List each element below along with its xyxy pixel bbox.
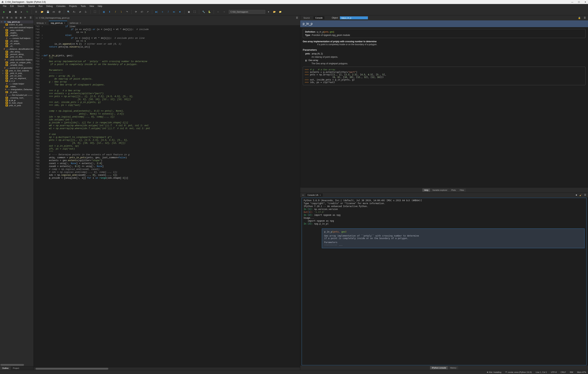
help-lock-icon[interactable]: 🔒 [578,16,581,20]
editor-tab[interactable]: npg_geom.py✕ [49,21,67,25]
open-file-button[interactable]: 📂 [40,9,45,14]
settings-button[interactable]: 🔧 [201,9,206,14]
run-selection-button[interactable]: ▸ [19,9,24,14]
help-tab-help[interactable]: Help [422,188,430,192]
outline-item[interactable]: ▸F_pnts_in_poly_ [0,72,33,75]
outline-root-file[interactable]: ▾ 🗎 npg_geom.py [0,20,33,23]
new-file-button[interactable]: 🗋 [34,9,39,14]
menu-edit[interactable]: Edit [8,4,16,8]
debug-button[interactable]: ▦ [101,9,106,14]
debug-return-button[interactable]: ⤴ [113,9,118,14]
outline-item[interactable]: #---- distance, densification helpers [0,47,33,50]
menu-search[interactable]: Search [16,4,26,8]
outline-expand-icon[interactable]: ⊞ [19,16,22,20]
run-cell-button[interactable]: ▣ [7,9,12,14]
outline-item[interactable]: Fin_hole_check [0,102,33,104]
nav-back-button[interactable]: ← [216,9,221,14]
outline-item[interactable]: F_polys_to_unique_pnts_ [0,61,33,64]
outline-item[interactable]: F_angles_ [0,32,33,34]
outline-item[interactable]: #---- rotate helper [0,82,33,85]
stop-button[interactable]: ■ [177,9,182,14]
menu-source[interactable]: Source [26,4,37,8]
browse-cwd-button[interactable]: 📂 [272,9,277,14]
outline-item[interactable]: F_pnt_on_poly_ [0,75,33,77]
console-stop-icon[interactable]: ■ [575,193,578,197]
menu-debug[interactable]: Debug [44,4,54,8]
pause-button[interactable]: ▶| [154,9,159,14]
console-browse-icon[interactable]: ▭ [301,193,305,197]
minimize-button[interactable]: — [570,0,574,4]
outline-item[interactable]: F_dist_along_ [0,50,33,53]
editor-tab[interactable]: temp.py✕ [35,21,48,25]
menu-view[interactable]: View [88,4,96,8]
status-conda[interactable]: ⟳ conda: envs (Python 3.6.9) [505,371,532,373]
tag-button[interactable]: 🏷 [139,9,144,14]
console-menu-icon[interactable]: ☰ [583,193,587,197]
outline-item[interactable]: F_angles2_ [0,34,33,37]
outline-item[interactable]: #---- points in or on geometry [0,66,33,69]
console-clear-icon[interactable]: 🧹 [579,193,583,197]
help-tab-variable-explorer[interactable]: Variable explorer [430,188,449,192]
outline-item[interactable]: F_area_centroid_ [0,29,33,32]
debug-step-button[interactable]: ⬇ [107,9,112,14]
nav-forward-button[interactable]: → [221,9,227,14]
editor-options-icon[interactable]: ☰ [295,16,299,20]
outline-item[interactable]: Fp_in_p [0,99,33,102]
sort-19-button[interactable]: 1↓ [83,9,88,14]
outline-item[interactable]: F_ch_scipy_ [0,40,33,42]
close-button[interactable]: ✕ [584,0,587,4]
save-all-button[interactable]: 🗃 [51,9,56,14]
outline-item[interactable]: F_ch_ [0,45,33,47]
editor-browse-icon[interactable]: ▭ [35,16,38,20]
outline-item[interactable]: F_percent_along_ [0,53,33,55]
code-editor[interactable]: 7437447457467477487497507517527537547557… [34,25,300,367]
outline-menu-icon[interactable]: ☰ [29,16,32,20]
fullscreen-button[interactable]: ⛶ [192,9,197,14]
maximize-pane-button[interactable]: ⛶ [92,9,97,14]
outline-copy-icon[interactable]: ⎘ [1,16,5,20]
save-button[interactable]: 💾 [45,9,51,14]
outline-close-icon[interactable]: 🗀 [10,16,13,20]
python-path-button[interactable]: 🐍 [207,9,212,14]
outline-item[interactable]: F_tri_pnts_ [0,91,33,93]
outline-tab-project[interactable]: Project [11,366,21,370]
outline-item[interactable]: Fextent_to_poly [0,23,33,26]
outline-item[interactable]: Fp_o_p [0,80,33,82]
step-in-button[interactable]: ⎆ [160,9,165,14]
editor-tab[interactable]: npGeo.py✕ [68,21,83,25]
outline-doc-icon[interactable]: 🗎 [6,16,9,20]
help-menu-icon[interactable]: ☰ [583,16,587,20]
run-file-button[interactable]: ▶ [1,9,7,14]
outline-item[interactable]: F_crossing_num_ [0,96,33,99]
sort-az-button[interactable]: A↓ [72,9,77,14]
terminal-button[interactable]: ▣ [186,9,191,14]
tab-close-icon[interactable]: ✕ [80,22,81,24]
outline-item[interactable]: F_simplify_lines_ [0,64,33,66]
tab-close-icon[interactable]: ✕ [64,22,65,24]
help-tab-files[interactable]: Files [458,188,466,192]
detach-button[interactable]: ↗ [145,9,150,14]
skip-button[interactable]: ⏭ [171,9,177,14]
search-button[interactable]: 🔍 [66,9,71,14]
outline-item[interactable]: #---- poly conversion helpers [0,58,33,61]
debug-continue-button[interactable]: ⤵ [119,9,124,14]
outline-item[interactable]: #---- convex hull helpers [0,37,33,40]
cell-symbol-button[interactable]: @ [57,9,62,14]
console-tab-ipython-console[interactable]: IPython console [430,366,448,369]
console-tab-history[interactable]: History [448,366,458,369]
menu-file[interactable]: File [1,4,8,8]
outline-restore-icon[interactable]: ⟳ [23,16,27,20]
outline-item[interactable]: F_ch_simple_ [0,42,33,45]
menu-consoles[interactable]: Consoles [54,4,67,8]
parent-dir-button[interactable]: 📁 [278,9,283,14]
menu-run[interactable]: Run [37,4,44,8]
console-output[interactable]: Python 3.6.9 |Anaconda, Inc.| (default, … [302,198,587,365]
outline-item[interactable]: #---- area and centroid helpers [0,26,33,29]
outline-collapse-icon[interactable]: ⊟ [15,16,18,20]
help-source-tab[interactable]: Source [302,16,312,20]
outline-item[interactable]: F_pnts_on_line_ [0,55,33,58]
menu-projects[interactable]: Projects [67,4,79,8]
menu-help[interactable]: Help [96,4,104,8]
outline-item[interactable]: F_rotate_ [0,85,33,88]
rerun-button[interactable]: ↻ [25,9,30,14]
